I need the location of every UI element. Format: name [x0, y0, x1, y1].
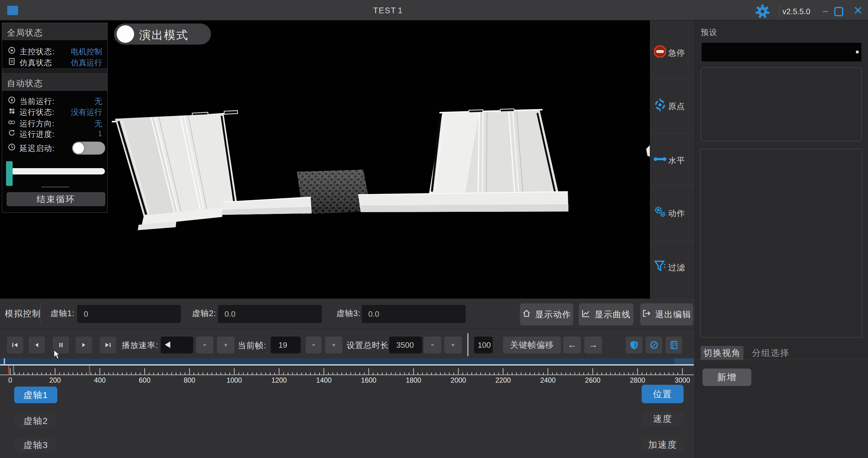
rate-plus-button[interactable]: +: [217, 336, 235, 354]
exit-edit-icon: [642, 309, 651, 320]
skip-end-button[interactable]: [100, 336, 116, 354]
delay-start-toggle[interactable]: [72, 142, 105, 155]
auto-status-header: 自动状态: [2, 73, 107, 91]
close-button[interactable]: ✕: [851, 4, 865, 18]
action-icon: [653, 205, 667, 219]
toolbar-item-label: 原点: [668, 101, 685, 112]
maximize-button[interactable]: [834, 7, 843, 16]
show-mode-pill[interactable]: 演出模式: [114, 24, 211, 44]
show-mode-label: 演出模式: [139, 27, 189, 43]
minimize-button[interactable]: –: [818, 4, 832, 18]
sim-button-退出编辑[interactable]: 退出编辑: [640, 303, 693, 325]
rate-input[interactable]: [161, 336, 193, 354]
axis-input-2[interactable]: 0.0: [218, 305, 322, 323]
svg-text:2400: 2400: [540, 377, 555, 384]
view-list-box[interactable]: [700, 149, 862, 337]
show-curve-icon: [581, 309, 590, 320]
skip-start-button[interactable]: [7, 336, 23, 354]
frame-input[interactable]: 19: [271, 336, 301, 354]
shield-button[interactable]: [626, 336, 642, 354]
show-mode-indicator: [117, 25, 134, 43]
left-platform-model: [112, 110, 312, 230]
step-back-button[interactable]: [29, 336, 45, 354]
toolbar-item-动作[interactable]: 动作: [650, 196, 695, 229]
status-row-label: 运行进度:: [20, 129, 55, 139]
tab-分组选择[interactable]: 分组选择: [744, 346, 798, 360]
progress-slider-track[interactable]: [13, 168, 105, 174]
offset-right-button[interactable]: →: [584, 336, 602, 354]
svg-text:1800: 1800: [406, 377, 421, 384]
axis-input-1[interactable]: 0: [77, 305, 181, 323]
duration-plus-button[interactable]: +: [444, 336, 462, 354]
toolbar-item-label: 水平: [668, 155, 685, 166]
current-run-icon: [7, 96, 16, 104]
duration-minus-button[interactable]: -: [424, 336, 441, 354]
axis-input-3[interactable]: 0.0: [362, 305, 466, 323]
toolbar-item-label: 动作: [668, 208, 685, 219]
preset-title: 预设: [701, 27, 718, 38]
status-row-label: 当前运行:: [20, 96, 55, 107]
status-row-value: 仿真运行: [71, 58, 102, 68]
sim-button-显示动作[interactable]: 显示动作: [520, 303, 573, 325]
preset-list-box[interactable]: [701, 67, 862, 141]
tab-切换视角[interactable]: 切换视角: [701, 346, 744, 360]
menu-icon[interactable]: [7, 6, 18, 15]
frame-minus-button[interactable]: -: [306, 336, 321, 354]
svg-text:3000: 3000: [675, 377, 690, 384]
status-row-value: 无: [94, 119, 102, 129]
svg-text:400: 400: [94, 377, 105, 384]
toolbar-item-水平[interactable]: 水平: [650, 143, 695, 176]
window-title: TEST: [373, 6, 396, 15]
timeline-range-band[interactable]: [0, 358, 694, 364]
sim-separator: [40, 302, 41, 324]
svg-text:200: 200: [50, 377, 61, 384]
keyframe-offset-button[interactable]: 关键帧偏移: [503, 336, 561, 354]
status-row-value: 电机控制: [71, 46, 102, 57]
toolbar-separator: [651, 133, 695, 134]
axis-label-3: 虚轴3:: [336, 308, 361, 319]
timeline-ruler[interactable]: 0200400600800100012001400160018002000220…: [0, 365, 695, 384]
track-mode-位置[interactable]: 位置: [642, 385, 684, 403]
rate-minus-button[interactable]: -: [196, 336, 213, 354]
track-axis-虚轴3[interactable]: 虚轴3: [15, 437, 56, 452]
svg-text:2200: 2200: [495, 377, 511, 384]
timeline-editor: 模拟控制 虚轴1:0虚轴2:0.0虚轴3:0.0 显示动作显示曲线退出编辑 播放…: [0, 299, 695, 458]
sim-button-label: 退出编辑: [655, 309, 691, 320]
status-row-label: 运行方向:: [20, 119, 55, 129]
status-row-label: 仿真状态: [20, 58, 52, 68]
gear-icon[interactable]: [755, 4, 770, 19]
dial-button[interactable]: [646, 336, 662, 354]
panel-gap: [2, 68, 107, 73]
track-mode-加速度[interactable]: 加速度: [642, 437, 684, 452]
timeline-range-handle[interactable]: [675, 358, 694, 364]
preset-combobox[interactable]: [702, 43, 861, 62]
3d-viewport[interactable]: 演出模式 全局状态 主控状态:电机控制仿真状态仿真运行 自动状态 当前运行:无运…: [0, 21, 650, 299]
frame-plus-button[interactable]: +: [325, 336, 342, 354]
notebook-button[interactable]: [665, 336, 682, 354]
offset-input[interactable]: 100: [474, 336, 493, 354]
timeline-playhead-tick[interactable]: [4, 358, 5, 364]
end-loop-button[interactable]: 结束循环: [7, 192, 105, 206]
track-axis-虚轴1[interactable]: 虚轴1: [14, 387, 57, 403]
mouse-cursor: [53, 350, 62, 360]
progress-slider-handle[interactable]: [6, 161, 13, 186]
svg-text:600: 600: [139, 377, 150, 384]
track-mode-速度[interactable]: 速度: [642, 412, 684, 426]
add-view-button[interactable]: 新增: [703, 368, 751, 386]
toolbar-item-原点[interactable]: 原点: [650, 89, 695, 122]
toolbar-item-急停[interactable]: 急停: [650, 36, 695, 69]
toolbar-item-label: 急停: [668, 47, 685, 59]
status-row-value: 无: [94, 96, 102, 107]
svg-text:800: 800: [184, 377, 195, 384]
duration-input[interactable]: 3500: [389, 336, 422, 354]
track-axis-虚轴2[interactable]: 虚轴2: [15, 414, 56, 428]
svg-text:2800: 2800: [630, 377, 645, 384]
offset-left-button[interactable]: ←: [563, 336, 581, 354]
sim-status-icon: [7, 57, 16, 66]
right-panel-tabs: 切换视角分组选择: [695, 346, 868, 360]
toolbar-item-过滤[interactable]: 过滤: [650, 250, 695, 283]
delay-start-icon: [7, 143, 16, 151]
step-forward-button[interactable]: [76, 336, 92, 354]
status-row: 运行进度:1: [2, 128, 107, 138]
sim-button-显示曲线[interactable]: 显示曲线: [579, 303, 633, 325]
